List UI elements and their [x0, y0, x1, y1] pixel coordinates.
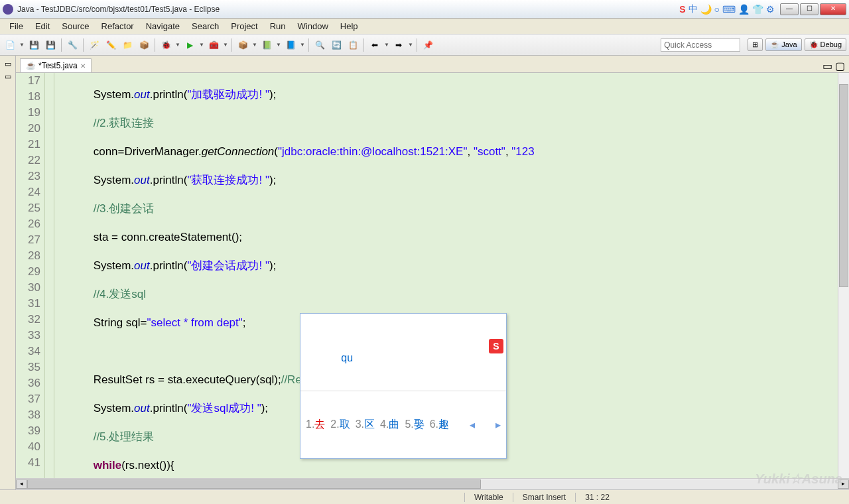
search-button[interactable]: 🔍 [312, 38, 327, 52]
java-file-icon: ☕ [26, 61, 36, 70]
annotation-button[interactable]: 📋 [346, 38, 360, 52]
title-bar: Java - TestJDBC/src/com/bjsxt/test01/Tes… [0, 0, 849, 19]
code-editor[interactable]: 1718192021222324252627282930313233343536… [16, 73, 849, 478]
tab-label: *Test5.java [38, 61, 78, 70]
box-button[interactable]: 📦 [137, 38, 151, 52]
menu-edit[interactable]: Edit [30, 20, 55, 32]
vertical-scrollbar[interactable] [838, 73, 849, 478]
system-tray: S 中 🌙 ○ ⌨ 👤 👕 ⚙ [679, 3, 775, 15]
new-package-button[interactable]: 📦 [235, 38, 250, 52]
close-button[interactable]: ✕ [820, 3, 846, 15]
toolbar: 📄▼ 💾 💾 🔧 🪄 ✏️ 📁 📦 🐞▼ ▶▼ 🧰▼ 📦▼ 📗▼ 📘▼ 🔍 🔄 … [0, 34, 849, 56]
ext-tools-button[interactable]: 🧰 [206, 38, 221, 52]
tray-lang-icon[interactable]: 中 [688, 3, 698, 15]
nav-back-button[interactable]: ⬅ [367, 38, 382, 52]
tray-keyboard-icon[interactable]: ⌨ [722, 4, 736, 15]
menu-window[interactable]: Window [293, 20, 334, 32]
run-dropdown[interactable]: ▼ [199, 42, 204, 48]
tab-test5[interactable]: ☕ *Test5.java ✕ [20, 58, 92, 72]
menu-navigate[interactable]: Navigate [141, 20, 185, 32]
tray-gear-icon[interactable]: ⚙ [766, 4, 775, 15]
minimize-view-icon[interactable]: ▭ [822, 60, 832, 72]
menu-search[interactable]: Search [186, 20, 224, 32]
save-all-button[interactable]: 💾 [43, 38, 58, 52]
ime-indicator-icon[interactable]: S [679, 4, 685, 15]
menu-help[interactable]: Help [335, 20, 363, 32]
status-insert-mode: Smart Insert [513, 493, 575, 502]
quick-access-input[interactable] [661, 38, 740, 52]
editor-tabs: ☕ *Test5.java ✕ ▭ ▢ [16, 56, 849, 73]
new-class-button[interactable]: 📗 [259, 38, 274, 52]
ime-cand-1[interactable]: 1.去 [306, 418, 325, 432]
menu-refactor[interactable]: Refactor [96, 20, 139, 32]
tray-moon-icon[interactable]: 🌙 [700, 4, 712, 15]
menu-source[interactable]: Source [56, 20, 94, 32]
new-dropdown[interactable]: ▼ [19, 42, 25, 48]
new-button[interactable]: 📄 [3, 38, 17, 52]
debug-button[interactable]: 🐞 [159, 38, 173, 52]
new-misc-button[interactable]: 📘 [283, 38, 298, 52]
open-type-button[interactable]: 🔧 [65, 38, 80, 52]
hscroll-thumb[interactable] [27, 479, 481, 489]
toggle-button[interactable]: 🔄 [329, 38, 344, 52]
left-trim: ▭ ▭ [0, 56, 16, 489]
tab-close-icon[interactable]: ✕ [80, 62, 86, 70]
status-writable: Writable [464, 493, 513, 502]
run-button[interactable]: ▶ [182, 38, 197, 52]
java-perspective-button[interactable]: ☕ Java [765, 38, 801, 51]
ime-cand-5[interactable]: 5.娶 [405, 418, 424, 432]
menu-bar: File Edit Source Refactor Navigate Searc… [0, 19, 849, 34]
wand-button[interactable]: 🪄 [87, 38, 101, 52]
save-button[interactable]: 💾 [27, 38, 41, 52]
sogou-logo-icon: S [489, 339, 503, 353]
tray-circle-icon[interactable]: ○ [714, 4, 720, 15]
maximize-button[interactable]: ☐ [800, 3, 818, 15]
menu-project[interactable]: Project [226, 20, 263, 32]
line-number-ruler[interactable]: 1718192021222324252627282930313233343536… [16, 73, 45, 478]
ime-prev-icon[interactable]: ◂ [470, 418, 475, 431]
ime-cand-2[interactable]: 2.取 [330, 418, 350, 432]
ime-cand-3[interactable]: 3.区 [356, 418, 375, 432]
tray-shirt-icon[interactable]: 👕 [752, 4, 763, 15]
ime-popup[interactable]: qu S 1.去 2.取 3.区 4.曲 5.娶 6.趣 ◂ ▸ [300, 313, 507, 459]
folding-ruler[interactable] [45, 73, 54, 478]
open-perspective-button[interactable]: ⊞ [748, 38, 763, 51]
window-title: Java - TestJDBC/src/com/bjsxt/test01/Tes… [17, 5, 679, 14]
code-content[interactable]: System.out.println("加载驱动成功! "); //2.获取连接… [54, 73, 838, 478]
ext-dropdown[interactable]: ▼ [223, 42, 228, 48]
status-bar: Writable Smart Insert 31 : 22 [0, 489, 849, 504]
menu-file[interactable]: File [4, 20, 29, 32]
debug-perspective-button[interactable]: 🐞 Debug [805, 38, 846, 51]
debug-dropdown[interactable]: ▼ [175, 42, 180, 48]
restore-view2-icon[interactable]: ▭ [5, 72, 11, 81]
menu-run[interactable]: Run [265, 20, 291, 32]
hscroll-right-button[interactable]: ▸ [838, 479, 849, 489]
ime-cand-6[interactable]: 6.趣 [430, 418, 449, 432]
horizontal-scrollbar[interactable]: ◂ ▸ [16, 478, 849, 489]
pin-button[interactable]: 📌 [421, 38, 435, 52]
minimize-button[interactable]: — [780, 3, 799, 15]
ime-cand-4[interactable]: 4.曲 [380, 418, 399, 432]
vscroll-thumb[interactable] [839, 84, 848, 287]
edit-button[interactable]: ✏️ [103, 38, 118, 52]
ime-input-text: qu S [300, 338, 506, 391]
ime-candidates[interactable]: 1.去 2.取 3.区 4.曲 5.娶 6.趣 ◂ ▸ [300, 415, 506, 434]
nav-fwd-button[interactable]: ➡ [391, 38, 406, 52]
ime-next-icon[interactable]: ▸ [495, 418, 501, 431]
hscroll-left-button[interactable]: ◂ [16, 479, 27, 489]
eclipse-icon [3, 4, 13, 15]
status-cursor-pos: 31 : 22 [575, 493, 619, 502]
maximize-view-icon[interactable]: ▢ [835, 60, 845, 72]
tray-user-icon[interactable]: 👤 [738, 4, 750, 15]
restore-view-icon[interactable]: ▭ [5, 60, 11, 68]
folder-button[interactable]: 📁 [120, 38, 135, 52]
